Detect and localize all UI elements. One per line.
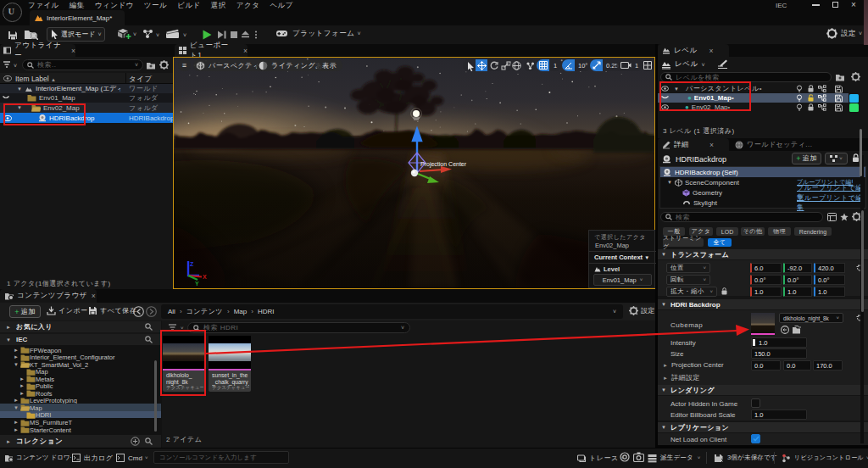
svg-text:˅: ˅ (14, 63, 17, 69)
svg-text:X: X (203, 274, 207, 280)
svg-text:Y: Y (195, 281, 199, 287)
svg-text:˅: ˅ (156, 32, 159, 38)
svg-text:Z: Z (190, 261, 194, 267)
svg-text:Projection Center: Projection Center (420, 161, 467, 168)
svg-text:˅: ˅ (133, 31, 136, 37)
svg-text:˅: ˅ (183, 32, 186, 38)
